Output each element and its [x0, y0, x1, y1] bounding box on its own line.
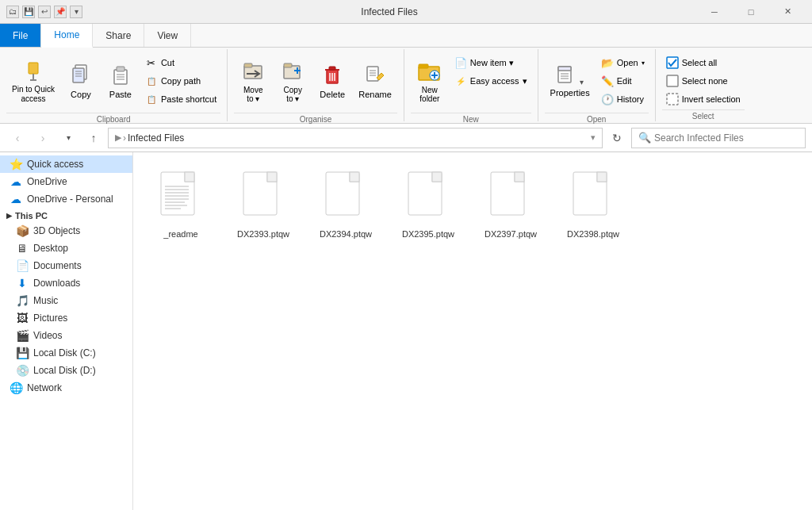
- tab-share[interactable]: Share: [93, 24, 144, 47]
- copy-button[interactable]: Copy: [62, 51, 100, 111]
- search-bar[interactable]: 🔍: [631, 128, 806, 148]
- new-item-button[interactable]: 📄 New item ▾: [450, 54, 531, 71]
- sidebar-section-thispc[interactable]: ▶ This PC: [0, 208, 132, 222]
- select-small-buttons: Select all Select none: [662, 51, 745, 108]
- address-bar: ‹ › ▾ ↑ ▶ › Infected Files ▾ ↻ 🔍: [0, 124, 812, 152]
- paste-button[interactable]: Paste: [102, 51, 140, 111]
- copy-label: Copy: [71, 90, 91, 99]
- delete-button[interactable]: Delete: [313, 51, 351, 111]
- properties-button[interactable]: ▾ Properties: [545, 51, 596, 111]
- properties-arrow: ▾: [580, 78, 584, 86]
- tab-view[interactable]: View: [144, 24, 191, 47]
- new-item-column: 📄 New item ▾ ⚡ Easy access ▾: [450, 51, 531, 90]
- back-button[interactable]: ‹: [6, 127, 29, 149]
- sidebar-item-music[interactable]: 🎵 Music: [0, 292, 132, 309]
- organise-label: Organise: [234, 113, 397, 124]
- maximize-button[interactable]: □: [733, 0, 769, 24]
- file-item-dx2393[interactable]: DX2393.ptqw: [225, 162, 301, 246]
- paste-shortcut-label: Paste shortcut: [161, 94, 216, 104]
- cut-label: Cut: [161, 58, 174, 67]
- sidebar-item-documents[interactable]: 📄 Documents: [0, 257, 132, 274]
- up-button[interactable]: ↑: [82, 127, 105, 149]
- open-buttons: ▾ Properties 📂 Open ▾ ✏️ Edit: [545, 51, 649, 111]
- onedrive-personal-icon: ☁: [10, 193, 22, 205]
- select-all-button[interactable]: Select all: [662, 54, 745, 71]
- sidebar-item-3dobjects[interactable]: 📦 3D Objects: [0, 222, 132, 240]
- pin-to-quick-access-button[interactable]: Pin to Quickaccess: [6, 51, 60, 111]
- sidebar-item-pictures[interactable]: 🖼 Pictures: [0, 309, 132, 327]
- invert-selection-label: Invert selection: [682, 94, 741, 104]
- search-input[interactable]: [654, 132, 799, 144]
- sidebar-item-local-c[interactable]: 💾 Local Disk (C:): [0, 344, 132, 362]
- copy-path-icon: 📋: [145, 75, 158, 87]
- new-folder-button[interactable]: Newfolder: [411, 51, 449, 111]
- file-item-dx2394[interactable]: DX2394.ptqw: [308, 162, 384, 246]
- minimize-button[interactable]: ─: [696, 0, 733, 24]
- select-all-icon: [666, 56, 679, 69]
- cut-button[interactable]: ✂ Cut: [141, 54, 220, 71]
- file-item-readme[interactable]: _readme: [143, 162, 219, 246]
- move-to-button[interactable]: Moveto ▾: [234, 51, 272, 111]
- file-icon-dx2398: [568, 169, 619, 226]
- cut-icon: ✂: [145, 56, 158, 69]
- refresh-button[interactable]: ↻: [606, 127, 628, 149]
- local-d-icon: 💿: [16, 364, 29, 377]
- file-item-dx2395[interactable]: DX2395.ptqw: [390, 162, 466, 246]
- close-button[interactable]: ✕: [769, 0, 806, 24]
- organise-buttons: Moveto ▾ Copyto ▾: [234, 51, 397, 111]
- main-content: ⭐ Quick access ☁ OneDrive ☁ OneDrive - P…: [0, 152, 812, 510]
- file-item-dx2398[interactable]: DX2398.ptqw: [555, 162, 631, 246]
- pictures-label: Pictures: [33, 313, 67, 324]
- sidebar-item-videos[interactable]: 🎬 Videos: [0, 327, 132, 344]
- copy-path-button[interactable]: 📋 Copy path: [141, 72, 220, 90]
- tab-file[interactable]: File: [0, 24, 41, 47]
- network-label: Network: [27, 382, 62, 393]
- address-dropdown-button[interactable]: ▾: [591, 132, 596, 143]
- videos-label: Videos: [33, 330, 62, 341]
- clipboard-small-buttons: ✂ Cut 📋 Copy path 📋 Paste shortcut: [141, 51, 220, 108]
- paste-shortcut-button[interactable]: 📋 Paste shortcut: [141, 90, 220, 108]
- sidebar-item-quick-access[interactable]: ⭐ Quick access: [0, 155, 132, 173]
- sidebar-item-onedrive[interactable]: ☁ OneDrive: [0, 173, 132, 190]
- move-to-icon: [240, 59, 266, 84]
- clipboard-buttons: Pin to Quickaccess Copy: [6, 51, 220, 111]
- sidebar-item-downloads[interactable]: ⬇ Downloads: [0, 274, 132, 292]
- save-icon[interactable]: 💾: [22, 6, 35, 18]
- tab-home[interactable]: Home: [41, 24, 93, 48]
- window-icon[interactable]: 🗂: [6, 6, 19, 18]
- onedrive-icon: ☁: [10, 175, 22, 188]
- file-item-dx2397[interactable]: DX2397.ptqw: [473, 162, 549, 246]
- 3dobjects-icon: 📦: [16, 224, 29, 237]
- rename-button[interactable]: Rename: [353, 51, 397, 111]
- pin-icon[interactable]: 📌: [54, 6, 67, 18]
- copy-to-label: Copyto ▾: [284, 86, 302, 103]
- delete-label: Delete: [320, 90, 345, 99]
- sidebar-item-local-d[interactable]: 💿 Local Disk (D:): [0, 362, 132, 379]
- easy-access-arrow: ▾: [523, 76, 527, 86]
- forward-button[interactable]: ›: [32, 127, 54, 149]
- undo-icon[interactable]: ↩: [38, 6, 51, 18]
- sidebar-item-onedrive-personal[interactable]: ☁ OneDrive - Personal: [0, 190, 132, 208]
- select-group: Select all Select none: [656, 49, 751, 121]
- easy-access-icon: ⚡: [454, 75, 467, 87]
- address-path[interactable]: ▶ › Infected Files ▾: [108, 128, 603, 148]
- edit-label: Edit: [617, 76, 632, 86]
- dropdown-icon[interactable]: ▾: [70, 6, 82, 18]
- history-button[interactable]: 🕐 History: [597, 90, 649, 108]
- history-icon: 🕐: [601, 93, 614, 105]
- recent-locations-button[interactable]: ▾: [57, 127, 79, 149]
- open-button[interactable]: 📂 Open ▾: [597, 54, 649, 71]
- sidebar-item-desktop[interactable]: 🖥 Desktop: [0, 240, 132, 257]
- edit-button[interactable]: ✏️ Edit: [597, 72, 649, 90]
- select-none-button[interactable]: Select none: [662, 72, 745, 90]
- sidebar-item-network[interactable]: 🌐 Network: [0, 379, 132, 397]
- invert-selection-button[interactable]: Invert selection: [662, 90, 745, 108]
- new-folder-icon: [417, 59, 442, 84]
- pictures-icon: 🖼: [16, 312, 29, 324]
- easy-access-button[interactable]: ⚡ Easy access ▾: [450, 72, 531, 90]
- new-group: Newfolder 📄 New item ▾ ⚡ Easy access ▾ N…: [404, 49, 538, 121]
- videos-icon: 🎬: [16, 329, 29, 342]
- copy-to-button[interactable]: Copyto ▾: [274, 51, 312, 111]
- svg-rect-58: [432, 172, 442, 182]
- open-label: Open: [617, 58, 638, 67]
